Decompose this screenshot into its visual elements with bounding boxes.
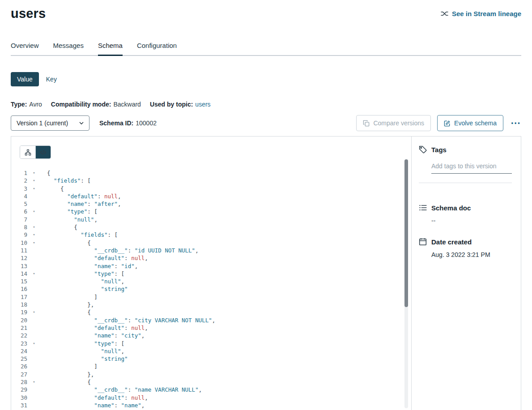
view-mode-toggle bbox=[20, 145, 51, 159]
editor-scrollbar[interactable] bbox=[404, 159, 408, 408]
evolve-schema-button[interactable]: Evolve schema bbox=[437, 115, 503, 131]
meta-compatibility: Compatibility mode: Backward bbox=[51, 101, 141, 108]
fold-toggle-icon[interactable]: ▾ bbox=[31, 308, 37, 316]
code-text: { bbox=[47, 308, 91, 316]
code-line: 13 "name": "id", bbox=[11, 262, 411, 270]
code-line: 7 "null", bbox=[11, 216, 411, 223]
scrollbar-thumb[interactable] bbox=[404, 159, 408, 307]
date-created-section: Date created Aug. 3 2022 3:21 PM bbox=[419, 238, 512, 258]
compare-versions-button[interactable]: Compare versions bbox=[356, 115, 431, 131]
fold-spacer bbox=[31, 301, 37, 308]
tab-overview[interactable]: Overview bbox=[11, 42, 39, 55]
code-text: "null", bbox=[47, 347, 124, 355]
fold-toggle-icon[interactable]: ▾ bbox=[31, 208, 37, 215]
add-tags-input[interactable] bbox=[431, 161, 512, 174]
page-header: users See in Stream lineage bbox=[11, 5, 521, 21]
fold-spacer bbox=[31, 278, 37, 285]
schema-id: Schema ID: 100002 bbox=[99, 120, 157, 127]
fold-toggle-icon[interactable]: ▾ bbox=[31, 239, 37, 247]
version-select[interactable]: Version 1 (current) bbox=[11, 115, 89, 131]
fold-spacer bbox=[31, 254, 37, 262]
fold-spacer bbox=[31, 355, 37, 363]
line-number: 23 bbox=[11, 340, 27, 347]
value-toggle-button[interactable]: Value bbox=[11, 72, 39, 86]
code-line: 23▾ "type": [ bbox=[11, 340, 411, 347]
line-number: 19 bbox=[11, 308, 27, 316]
compare-versions-icon bbox=[363, 120, 370, 127]
schema-editor: 1▾{2▾ "fields": [3▾ {4 "default": null,5… bbox=[11, 137, 412, 410]
fold-toggle-icon[interactable]: ▾ bbox=[31, 169, 37, 177]
code-line: 5 "name": "after", bbox=[11, 200, 411, 208]
fold-spacer bbox=[31, 200, 37, 208]
code-line: 18 }, bbox=[11, 301, 411, 308]
stream-lineage-link[interactable]: See in Stream lineage bbox=[441, 10, 521, 17]
fold-toggle-icon[interactable]: ▾ bbox=[31, 185, 37, 192]
code-line: 21 "default": null, bbox=[11, 324, 411, 332]
code-line: 22 "name": "city", bbox=[11, 332, 411, 339]
tree-view-button[interactable] bbox=[20, 146, 35, 158]
fold-toggle-icon[interactable]: ▾ bbox=[31, 340, 37, 347]
meta-compatibility-label: Compatibility mode: bbox=[51, 101, 111, 108]
line-number: 27 bbox=[11, 371, 27, 378]
code-line: 11 "__crdb__": "id UUID NOT NULL", bbox=[11, 247, 411, 254]
fold-toggle-icon[interactable]: ▾ bbox=[31, 378, 37, 386]
code-line: 30 "default": null, bbox=[11, 394, 411, 401]
fold-toggle-icon[interactable]: ▾ bbox=[31, 223, 37, 231]
code-text: "null", bbox=[47, 216, 98, 223]
key-toggle-button[interactable]: Key bbox=[42, 72, 61, 86]
tab-messages[interactable]: Messages bbox=[53, 42, 84, 55]
meta-topic-label: Used by topic: bbox=[150, 101, 193, 108]
schema-sidebar: Tags Schema doc -- bbox=[412, 137, 521, 410]
code-line: 8▾ { bbox=[11, 223, 411, 231]
code-line: 10▾ { bbox=[11, 239, 411, 247]
stream-lineage-icon bbox=[441, 10, 448, 17]
code-text: "type": [ bbox=[47, 208, 98, 215]
line-number: 6 bbox=[11, 208, 27, 215]
compare-versions-label: Compare versions bbox=[373, 120, 424, 127]
code-line: 15 "null", bbox=[11, 278, 411, 285]
fold-toggle-icon[interactable]: ▾ bbox=[31, 231, 37, 239]
line-number: 2 bbox=[11, 177, 27, 184]
code-text: "name": "city", bbox=[47, 332, 145, 339]
code-lines: 1▾{2▾ "fields": [3▾ {4 "default": null,5… bbox=[11, 169, 411, 410]
schema-id-label: Schema ID: bbox=[99, 120, 133, 127]
fold-toggle-icon[interactable]: ▾ bbox=[31, 177, 37, 184]
line-number: 18 bbox=[11, 301, 27, 308]
code-text: "__crdb__": "name VARCHAR NULL", bbox=[47, 386, 202, 393]
tab-configuration[interactable]: Configuration bbox=[137, 42, 177, 55]
code-text: "string" bbox=[47, 285, 128, 293]
code-line: 14▾ "type": [ bbox=[11, 270, 411, 278]
tree-view-icon bbox=[25, 149, 31, 156]
line-number: 9 bbox=[11, 231, 27, 239]
version-bar: Version 1 (current) Schema ID: 100002 Co… bbox=[11, 115, 521, 131]
fold-spacer bbox=[31, 363, 37, 370]
line-number: 11 bbox=[11, 247, 27, 254]
code-text: { bbox=[47, 223, 77, 231]
line-number: 16 bbox=[11, 285, 27, 293]
code-line: 29 "__crdb__": "name VARCHAR NULL", bbox=[11, 386, 411, 393]
code-line: 6▾ "type": [ bbox=[11, 208, 411, 215]
schema-doc-value: -- bbox=[431, 217, 512, 224]
code-text: "default": null, bbox=[47, 254, 148, 262]
line-number: 20 bbox=[11, 316, 27, 324]
line-number: 24 bbox=[11, 347, 27, 355]
line-number: 17 bbox=[11, 293, 27, 301]
more-options-button[interactable]: ⋯ bbox=[510, 118, 521, 128]
editor-toolbar bbox=[11, 137, 411, 159]
code-text: ] bbox=[47, 293, 98, 301]
code-view-button[interactable] bbox=[35, 146, 51, 158]
code-text: "string" bbox=[47, 355, 128, 363]
line-number: 3 bbox=[11, 185, 27, 192]
line-number: 28 bbox=[11, 378, 27, 386]
code-line: 19▾ { bbox=[11, 308, 411, 316]
code-line: 27 }, bbox=[11, 371, 411, 378]
code-text: ] bbox=[47, 363, 98, 370]
tab-schema[interactable]: Schema bbox=[98, 42, 123, 55]
meta-type-value: Avro bbox=[29, 101, 42, 108]
code-text: "__crdb__": "id UUID NOT NULL", bbox=[47, 247, 199, 254]
code-line: 26 ] bbox=[11, 363, 411, 370]
fold-toggle-icon[interactable]: ▾ bbox=[31, 270, 37, 278]
topic-link[interactable]: users bbox=[195, 101, 210, 108]
code-text: "name": "name", bbox=[47, 401, 145, 409]
page: users See in Stream lineage Overview Mes… bbox=[0, 0, 532, 410]
